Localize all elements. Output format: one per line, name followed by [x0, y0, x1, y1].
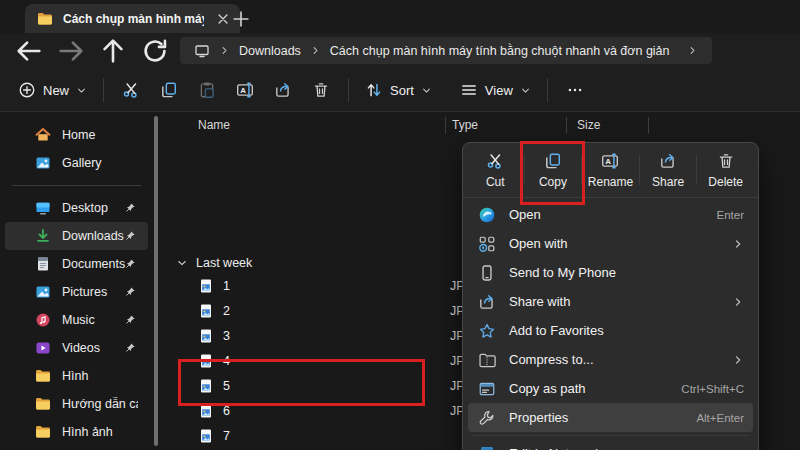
cut-button[interactable]: [114, 75, 148, 105]
context-delete-button[interactable]: Delete: [697, 143, 754, 197]
context-share-button[interactable]: Share: [640, 143, 697, 197]
sidebar-item-huong-dan[interactable]: Hướng dẫn cách tính i: [5, 390, 148, 418]
sidebar-item-desktop[interactable]: Desktop: [5, 194, 148, 222]
copy-icon: [160, 81, 178, 99]
sidebar-item-downloads[interactable]: Downloads: [5, 222, 148, 250]
phone-icon: [478, 264, 496, 282]
file-name: 3: [223, 329, 230, 343]
share-button[interactable]: [266, 75, 300, 105]
action-label: Cut: [486, 175, 505, 189]
image-file-icon: [198, 378, 214, 394]
context-menu-action-bar: Cut Copy A Rename Share Delete: [463, 143, 758, 198]
column-header-type[interactable]: Type: [452, 118, 478, 132]
action-label: Delete: [708, 175, 743, 189]
sidebar-item-pictures[interactable]: Pictures: [5, 278, 148, 306]
gallery-icon: [35, 155, 51, 171]
navigation-pane: Home Gallery Desktop Downloads Documents…: [0, 112, 153, 450]
circle-plus-icon: [18, 81, 36, 99]
toolbar-divider: [547, 78, 548, 102]
pin-icon: [125, 202, 136, 213]
group-header-last-week[interactable]: Last week: [160, 252, 252, 274]
pin-icon: [125, 230, 136, 241]
new-button[interactable]: New: [10, 75, 95, 105]
view-icon: [460, 81, 478, 99]
context-rename-button[interactable]: A Rename: [582, 143, 639, 197]
image-file-icon: [198, 328, 214, 344]
menu-item-label: Compress to...: [509, 352, 732, 367]
column-divider[interactable]: [566, 117, 567, 134]
svg-text:A: A: [240, 86, 246, 95]
menu-item-label: Add to Favorites: [509, 323, 744, 338]
copy-button[interactable]: [152, 75, 186, 105]
column-divider[interactable]: [445, 117, 446, 134]
refresh-icon[interactable]: [140, 37, 170, 65]
menu-item-share-with[interactable]: Share with: [468, 287, 753, 316]
delete-button[interactable]: [304, 75, 338, 105]
context-menu: Cut Copy A Rename Share Delete Open Ente…: [462, 142, 759, 450]
menu-item-send-to-phone[interactable]: Send to My Phone: [468, 258, 753, 287]
menu-item-copy-as-path[interactable]: Copy as path Ctrl+Shift+C: [468, 374, 753, 403]
context-copy-button[interactable]: Copy: [525, 143, 582, 197]
home-icon: [35, 127, 51, 143]
sidebar-item-label: Hướng dẫn cách tính i: [62, 397, 138, 411]
action-label: Share: [652, 175, 684, 189]
menu-item-compress-to[interactable]: Compress to...: [468, 345, 753, 374]
submenu-chevron-icon: [732, 296, 744, 308]
action-label: Copy: [539, 175, 567, 189]
sidebar-item-home[interactable]: Home: [5, 121, 148, 149]
back-arrow-icon[interactable]: [14, 37, 44, 65]
context-menu-items: Open Enter Open with Send to My Phone Sh…: [463, 198, 758, 450]
breadcrumb-chevron-icon: [219, 45, 230, 56]
sidebar-item-music[interactable]: Music: [5, 306, 148, 334]
download-icon: [35, 228, 51, 244]
open-with-icon: [478, 235, 496, 253]
column-divider[interactable]: [648, 117, 649, 134]
videos-icon: [35, 340, 51, 356]
sidebar-scrollbar[interactable]: [154, 116, 158, 446]
image-file-icon: [198, 353, 214, 369]
image-file-icon: [198, 428, 214, 444]
rename-button[interactable]: A: [228, 75, 262, 105]
view-button[interactable]: View: [452, 75, 539, 105]
pin-icon: [125, 314, 136, 325]
breadcrumb-chevron-icon[interactable]: [687, 45, 698, 56]
menu-item-open[interactable]: Open Enter: [468, 200, 753, 229]
sort-button[interactable]: Sort: [357, 75, 440, 105]
edge-icon: [478, 206, 496, 224]
monitor-icon: [194, 43, 210, 59]
explorer-tab[interactable]: Cách chụp màn hình máy tính: [25, 4, 240, 33]
breadcrumb-current-folder[interactable]: Cách chụp màn hình máy tính bằng chuột n…: [330, 44, 670, 58]
context-cut-button[interactable]: Cut: [467, 143, 524, 197]
image-file-icon: [198, 303, 214, 319]
up-arrow-icon[interactable]: [98, 37, 128, 65]
column-header-name[interactable]: Name: [198, 118, 230, 132]
folder-icon: [35, 368, 51, 384]
compress-icon: [478, 351, 496, 369]
chevron-down-icon: [520, 85, 531, 96]
command-toolbar: New A Sort View: [0, 69, 800, 112]
column-header-size[interactable]: Size: [577, 118, 600, 132]
address-bar[interactable]: Downloads Cách chụp màn hình máy tính bằ…: [180, 37, 712, 64]
sidebar-item-gallery[interactable]: Gallery: [5, 149, 148, 177]
sidebar-item-videos[interactable]: Videos: [5, 334, 148, 362]
rename-icon: A: [236, 81, 254, 99]
menu-item-label: Edit in Notepad: [509, 446, 744, 450]
sidebar-item-hinh[interactable]: Hình: [5, 362, 148, 390]
sort-button-label: Sort: [390, 83, 414, 98]
menu-item-edit-in-notepad[interactable]: Edit in Notepad: [468, 439, 753, 450]
menu-item-open-with[interactable]: Open with: [468, 229, 753, 258]
pin-icon: [125, 258, 136, 269]
more-options-button[interactable]: [558, 75, 592, 105]
breadcrumb-downloads[interactable]: Downloads: [239, 44, 301, 58]
sidebar-item-hinh-anh[interactable]: Hình ảnh: [5, 418, 148, 446]
view-button-label: View: [485, 83, 513, 98]
scissors-icon: [486, 152, 504, 170]
folder-icon: [35, 424, 51, 440]
menu-item-add-to-favorites[interactable]: Add to Favorites: [468, 316, 753, 345]
file-name: 1: [223, 279, 230, 293]
submenu-chevron-icon: [732, 238, 744, 250]
sidebar-item-documents[interactable]: Documents: [5, 250, 148, 278]
new-tab-button[interactable]: [230, 8, 252, 30]
group-label: Last week: [196, 256, 252, 270]
menu-item-properties[interactable]: Properties Alt+Enter: [468, 403, 753, 432]
